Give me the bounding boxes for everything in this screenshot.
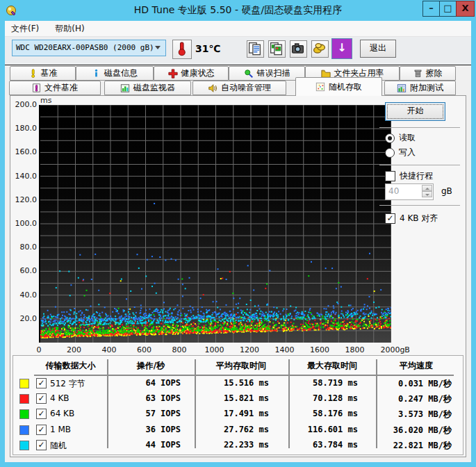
series-label: 64 KB: [50, 409, 74, 418]
copy-image-button[interactable]: [268, 40, 286, 58]
align-row[interactable]: ✓ 4 KB 对齐: [385, 213, 438, 224]
magnifier-icon: [244, 69, 254, 79]
x-tick-label: 1600: [310, 345, 329, 354]
avg-access-value: 22.233 ms: [199, 440, 269, 450]
align-checkbox[interactable]: ✓: [385, 213, 395, 224]
tab-random-access[interactable]: 随机存取: [295, 77, 382, 96]
tab-error-scan[interactable]: 错误扫描: [229, 66, 305, 81]
y-tick-label: 100.0: [12, 219, 37, 228]
tab-file-benchmark[interactable]: 文件基准: [9, 81, 101, 95]
access-time-scatter-chart: [39, 105, 391, 343]
series-label: 随机: [50, 440, 67, 452]
start-button[interactable]: 开始: [385, 102, 445, 121]
x-tick-label: 800: [172, 345, 187, 354]
write-radio-row[interactable]: 写入: [385, 147, 416, 158]
short-stroke-spinner[interactable]: 40: [385, 183, 434, 200]
menu-bar: 文件(F) 帮助(H): [5, 21, 471, 37]
coins-button[interactable]: [311, 40, 329, 58]
col-header-ops: 操作/秒: [108, 360, 193, 372]
avg-access-value: 15.516 ms: [199, 378, 269, 388]
max-access-value: 58.176 ms: [290, 409, 358, 418]
series-color-swatch: [19, 409, 29, 419]
avg-access-value: 17.491 ms: [199, 409, 269, 418]
max-access-value: 58.719 ms: [290, 378, 358, 388]
series-color-swatch: [19, 425, 29, 435]
maximize-button[interactable]: □: [439, 1, 457, 17]
col-header-max-access: 最大存取时间: [290, 360, 375, 372]
max-access-value: 70.128 ms: [290, 393, 358, 403]
toolbar-separator: [5, 65, 471, 65]
col-header-avg-access: 平均存取时间: [196, 360, 286, 372]
health-cross-icon: [168, 69, 178, 79]
series-checkbox[interactable]: ✓: [36, 378, 47, 388]
iops-value: 36 IOPS: [114, 425, 181, 434]
tab-erase[interactable]: 擦除: [400, 66, 456, 81]
tab-label: 自动噪音管理: [221, 82, 271, 94]
trash-icon: [413, 69, 422, 78]
y-tick-label: 80.0: [12, 243, 37, 252]
avg-speed-value: 0.031 MB/秒: [380, 378, 452, 390]
tab-label: 附加测试: [410, 82, 443, 94]
title-bar[interactable]: HD Tune 专业版 5.50 - 硬盘/固态硬盘实用程序 – □ X: [0, 0, 476, 21]
tab-disk-info[interactable]: 磁盘信息: [76, 66, 154, 81]
short-stroke-checkbox[interactable]: [385, 171, 395, 181]
temperature-button[interactable]: [172, 40, 192, 59]
column-separator: [195, 359, 196, 448]
menu-help[interactable]: 帮助(H): [49, 21, 90, 35]
copy-text-button[interactable]: [247, 40, 264, 58]
avg-access-value: 27.762 ms: [199, 425, 269, 434]
minimize-button[interactable]: –: [422, 1, 440, 17]
iops-value: 64 IOPS: [114, 378, 181, 388]
menu-file[interactable]: 文件(F): [5, 21, 45, 35]
random-access-panel: ms 200.0180.0160.0140.0120.0100.080.060.…: [10, 95, 466, 457]
header-underline: [34, 375, 454, 376]
y-tick-label: 200.0: [12, 100, 37, 109]
col-header-transfer-size: 传输数据大小: [34, 360, 107, 372]
x-tick-label: 600: [137, 345, 151, 354]
tab-health[interactable]: 健康状态: [154, 66, 229, 81]
column-separator: [288, 359, 290, 448]
column-separator: [376, 359, 377, 448]
screenshot-button[interactable]: [290, 40, 307, 58]
drive-select-dropdown[interactable]: WDC WD20EARX-00PASB0 (2000 gB): [12, 40, 166, 56]
iops-value: 63 IOPS: [114, 393, 181, 403]
read-radio-row[interactable]: 读取: [385, 132, 416, 144]
col-header-avg-speed: 平均速度: [377, 360, 455, 372]
chevron-down-icon: [155, 46, 161, 49]
series-checkbox[interactable]: ✓: [36, 425, 47, 435]
x-tick-label: 200: [67, 345, 81, 354]
tab-auto-acoustic[interactable]: 自动噪音管理: [192, 81, 286, 95]
exit-button[interactable]: 退出: [360, 40, 396, 58]
close-button[interactable]: X: [456, 1, 475, 17]
y-tick-label: 40.0: [12, 290, 37, 300]
short-stroke-value: 40: [388, 186, 399, 196]
tab-label: 随机存取: [329, 81, 362, 93]
tab-disk-monitor[interactable]: 磁盘监视器: [104, 81, 191, 95]
series-checkbox[interactable]: ✓: [36, 440, 47, 450]
x-tick-label: 1400: [275, 345, 295, 354]
spinner-up-icon[interactable]: [422, 185, 432, 191]
tab-extra-tests[interactable]: 附加测试: [384, 81, 456, 95]
spinner-buttons[interactable]: [422, 185, 432, 197]
bar-monitor-icon: [120, 83, 130, 93]
tab-benchmark[interactable]: 基准: [10, 66, 76, 81]
series-label: 4 KB: [50, 393, 69, 403]
coins-icon: [312, 41, 327, 56]
write-radio[interactable]: [385, 148, 395, 158]
y-tick-label: 140.0: [12, 172, 37, 181]
series-label: 1 MB: [50, 425, 71, 434]
scatter-plot-svg: [40, 105, 391, 343]
series-checkbox[interactable]: ✓: [36, 409, 47, 419]
toolbar: WDC WD20EARX-00PASB0 (2000 gB) 31℃: [5, 37, 471, 65]
align-label: 4 KB 对齐: [400, 213, 438, 224]
file-benchmark-icon: [32, 83, 41, 92]
spinner-down-icon[interactable]: [422, 191, 432, 197]
tab-label: 擦除: [426, 67, 443, 79]
tab-label: 健康状态: [181, 67, 215, 79]
read-radio[interactable]: [385, 133, 395, 143]
update-check-button[interactable]: ↓: [331, 38, 352, 59]
thermometer-icon: [173, 40, 190, 57]
iops-value: 44 IOPS: [114, 440, 181, 450]
short-stroke-row[interactable]: 快捷行程: [385, 170, 433, 182]
series-checkbox[interactable]: ✓: [36, 393, 47, 404]
